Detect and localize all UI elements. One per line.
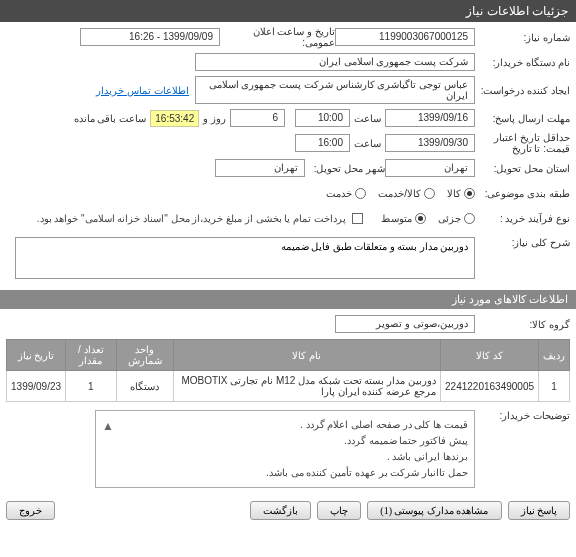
- contact-link[interactable]: اطلاعات تماس خریدار: [96, 85, 189, 96]
- radio-goods-label: کالا: [447, 188, 461, 199]
- cell-qty: 1: [66, 371, 116, 402]
- cell-unit: دستگاه: [116, 371, 173, 402]
- buyer-org-label: نام دستگاه خریدار:: [475, 57, 570, 68]
- items-sub-header: اطلاعات کالاهای مورد نیاز: [0, 290, 576, 309]
- radio-small-label: جزئی: [438, 213, 461, 224]
- radio-goods-service[interactable]: کالا/خدمت: [378, 188, 435, 199]
- delivery-state-field: تهران: [385, 159, 475, 177]
- th-qty: تعداد / مقدار: [66, 340, 116, 371]
- delivery-city-label: شهر محل تحویل:: [305, 163, 385, 174]
- remain-time-label: ساعت باقی مانده: [74, 113, 147, 124]
- treasury-checkbox[interactable]: [352, 213, 363, 224]
- hour-label-2: ساعت: [354, 138, 381, 149]
- items-table: ردیف کد کالا نام کالا واحد شمارش تعداد /…: [6, 339, 570, 402]
- announce-label: تاریخ و ساعت اعلان عمومی:: [220, 26, 335, 48]
- process-label: نوع فرآیند خرید :: [475, 213, 570, 224]
- process-radio-group: جزئی متوسط: [381, 213, 475, 224]
- announce-field: 1399/09/09 - 16:26: [80, 28, 220, 46]
- creator-label: ایجاد کننده درخواست:: [475, 85, 570, 96]
- radio-dot-icon: [464, 213, 475, 224]
- treasury-label: پرداخت تمام یا بخشی از مبلغ خرید،از محل …: [37, 213, 346, 224]
- exit-button[interactable]: خروج: [6, 501, 55, 520]
- creator-field: عباس توجی تاگیاشری کارشناس شرکت پست جمهو…: [195, 76, 475, 104]
- radio-medium[interactable]: متوسط: [381, 213, 426, 224]
- need-number-label: شماره نیاز:: [475, 32, 570, 43]
- note-line-1: قیمت ها کلی در صفحه اصلی اعلام گردد .: [102, 417, 468, 433]
- radio-dot-icon: [415, 213, 426, 224]
- cell-name: دوربین مدار بسته تحت شبکه مدل M12 نام تج…: [173, 371, 440, 402]
- chevron-up-icon[interactable]: ▲: [102, 417, 114, 436]
- table-header-row: ردیف کد کالا نام کالا واحد شمارش تعداد /…: [7, 340, 570, 371]
- radio-service-label: خدمت: [326, 188, 352, 199]
- notes-label: توضیحات خریدار:: [475, 410, 570, 421]
- radio-goods[interactable]: کالا: [447, 188, 475, 199]
- th-date: تاریخ نیاز: [7, 340, 66, 371]
- need-number-field: 1199003067000125: [335, 28, 475, 46]
- remain-days-field: 6: [230, 109, 285, 127]
- group-field: دوربین،صوتی و تصویر: [335, 315, 475, 333]
- buyer-notes-box: ▲ قیمت ها کلی در صفحه اصلی اعلام گردد . …: [95, 410, 475, 488]
- deadline-label: مهلت ارسال پاسخ:: [475, 113, 570, 124]
- validity-label: حداقل تاریخ اعتبار قیمت: تا تاریخ: [475, 132, 570, 154]
- radio-dot-icon: [424, 188, 435, 199]
- radio-medium-label: متوسط: [381, 213, 412, 224]
- validity-hour-field: 16:00: [295, 134, 350, 152]
- attachments-button[interactable]: مشاهده مدارک پیوستی (1): [367, 501, 501, 520]
- page-title: جزئیات اطلاعات نیاز: [466, 4, 568, 18]
- deadline-date-field: 1399/09/16: [385, 109, 475, 127]
- validity-date-field: 1399/09/30: [385, 134, 475, 152]
- radio-small[interactable]: جزئی: [438, 213, 475, 224]
- remain-time-field: 16:53:42: [150, 110, 199, 127]
- radio-dot-icon: [464, 188, 475, 199]
- th-unit: واحد شمارش: [116, 340, 173, 371]
- remain-days-label: روز و: [203, 113, 226, 124]
- note-line-4: حمل تاانبار شرکت بر عهده تأمین کننده می …: [102, 465, 468, 481]
- items-header-text: اطلاعات کالاهای مورد نیاز: [452, 293, 568, 305]
- note-line-2: پیش فاکتور حتما ضمیمه گردد.: [102, 433, 468, 449]
- radio-dot-icon: [355, 188, 366, 199]
- back-button[interactable]: بازگشت: [250, 501, 311, 520]
- group-label: گروه کالا:: [475, 319, 570, 330]
- buyer-org-field: شرکت پست جمهوری اسلامی ایران: [195, 53, 475, 71]
- cell-date: 1399/09/23: [7, 371, 66, 402]
- th-code: کد کالا: [441, 340, 539, 371]
- table-row: 1 2241220163490005 دوربین مدار بسته تحت …: [7, 371, 570, 402]
- delivery-state-label: استان محل تحویل:: [475, 163, 570, 174]
- th-row: ردیف: [539, 340, 570, 371]
- note-line-3: برندها ایرانی باشد .: [102, 449, 468, 465]
- desc-textarea[interactable]: [15, 237, 475, 279]
- desc-label: شرح کلی نیاز:: [475, 237, 570, 248]
- category-radio-group: کالا کالا/خدمت خدمت: [326, 188, 475, 199]
- category-label: طبقه بندی موضوعی:: [475, 188, 570, 199]
- deadline-hour-field: 10:00: [295, 109, 350, 127]
- delivery-city-field: تهران: [215, 159, 305, 177]
- button-bar: پاسخ نیاز مشاهده مدارک پیوستی (1) چاپ با…: [0, 495, 576, 526]
- radio-goods-service-label: کالا/خدمت: [378, 188, 421, 199]
- reply-button[interactable]: پاسخ نیاز: [508, 501, 571, 520]
- cell-code: 2241220163490005: [441, 371, 539, 402]
- radio-service[interactable]: خدمت: [326, 188, 366, 199]
- print-button[interactable]: چاپ: [317, 501, 361, 520]
- th-name: نام کالا: [173, 340, 440, 371]
- hour-label-1: ساعت: [354, 113, 381, 124]
- cell-row: 1: [539, 371, 570, 402]
- page-header: جزئیات اطلاعات نیاز: [0, 0, 576, 22]
